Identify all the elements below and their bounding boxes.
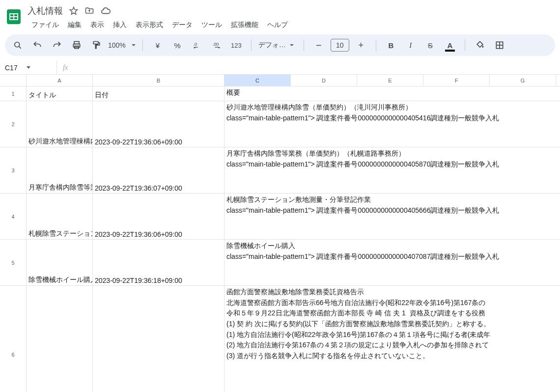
doc-title[interactable]: 入札情報 xyxy=(28,5,63,17)
cell[interactable]: 2023-09-22T19:36:06+09:00 xyxy=(93,194,224,239)
col-header-C[interactable]: C xyxy=(224,75,291,86)
cell[interactable] xyxy=(93,286,224,392)
cell[interactable]: 札幌除雪ステーション敷地測量・分筆登記作業 xyxy=(27,194,93,239)
menu-format[interactable]: 表示形式 xyxy=(132,19,167,31)
title-area: 入札情報 ファイル 編集 表示 挿入 表示形式 データ ツール 拡張機能 ヘルプ xyxy=(28,4,556,31)
cell[interactable]: 札幌除雪ステーション敷地測量・分筆登記作業 class="main-table-… xyxy=(224,194,560,239)
chevron-down-icon xyxy=(27,66,30,69)
paintformat-icon[interactable] xyxy=(88,37,104,53)
cloud-icon[interactable] xyxy=(100,5,111,16)
svg-text:.00: .00 xyxy=(212,42,219,47)
cell[interactable]: 概要 xyxy=(224,86,560,101)
percent-button[interactable]: % xyxy=(169,37,185,53)
star-icon[interactable] xyxy=(69,6,79,16)
menu-view[interactable]: 表示 xyxy=(86,19,108,31)
format-number-button[interactable]: 123 xyxy=(228,37,244,53)
print-icon[interactable] xyxy=(69,37,84,53)
menu-edit[interactable]: 編集 xyxy=(64,19,85,31)
svg-line-6 xyxy=(19,47,21,49)
col-header-B[interactable]: B xyxy=(93,75,224,86)
cells: タイトル日付概要砂川遊水地管理棟構内除雪（単価契約）2023-09-22T19:… xyxy=(27,86,560,392)
cell[interactable]: 2023-09-22T19:36:06+09:00 xyxy=(93,101,224,147)
table-row: 砂川遊水地管理棟構内除雪（単価契約）2023-09-22T19:36:06+09… xyxy=(27,101,560,147)
cell[interactable]: 砂川遊水地管理棟構内除雪（単価契約）（滝川河川事務所） class="main-… xyxy=(224,101,560,147)
cell[interactable]: 2023-09-22T19:36:18+09:00 xyxy=(93,240,224,285)
move-icon[interactable] xyxy=(84,6,94,16)
formula-bar: C17 fx xyxy=(0,61,560,75)
col-header-D[interactable]: D xyxy=(291,75,357,86)
menu-data[interactable]: データ xyxy=(168,19,196,31)
table-row: 札幌除雪ステーション敷地測量・分筆登記作業2023-09-22T19:36:06… xyxy=(27,194,560,240)
titlebar: 入札情報 ファイル 編集 表示 挿入 表示形式 データ ツール 拡張機能 ヘルプ xyxy=(0,0,560,31)
cell[interactable]: 除雪機械ホイール購入 xyxy=(27,240,93,285)
cell[interactable]: 砂川遊水地管理棟構内除雪（単価契約） xyxy=(27,101,93,147)
menubar: ファイル 編集 表示 挿入 表示形式 データ ツール 拡張機能 ヘルプ xyxy=(28,18,556,31)
redo-icon[interactable] xyxy=(49,37,65,53)
table-row: 除雪機械ホイール購入2023-09-22T19:36:18+09:00除雪機械ホ… xyxy=(27,240,560,286)
currency-button[interactable]: ¥ xyxy=(150,37,166,53)
font-select[interactable]: デフォ… xyxy=(258,41,297,50)
textcolor-button[interactable]: A xyxy=(442,37,458,53)
col-header-G[interactable]: G xyxy=(490,75,556,86)
name-box[interactable]: C17 xyxy=(0,61,56,75)
search-icon[interactable] xyxy=(10,37,26,53)
zoom-select[interactable]: 100% xyxy=(108,41,136,49)
fontsize-minus[interactable]: − xyxy=(311,37,327,53)
table-row: 函館方面警察施設敷地除雪業務委託資格告示 北海道警察函館方面本部告示66号地方自… xyxy=(27,286,560,392)
increase-decimal-button[interactable]: .00 xyxy=(209,37,224,53)
name-box-value: C17 xyxy=(5,64,18,72)
row-header-3[interactable]: 3 xyxy=(0,147,27,194)
cell[interactable]: 2023-09-22T19:36:07+09:00 xyxy=(93,147,224,193)
borders-button[interactable] xyxy=(492,37,507,53)
menu-tools[interactable]: ツール xyxy=(197,19,226,31)
cell[interactable] xyxy=(27,286,93,392)
cell[interactable]: 日付 xyxy=(93,86,224,101)
row-header-2[interactable]: 2 xyxy=(0,101,27,147)
table-row: タイトル日付概要 xyxy=(27,86,560,101)
col-header-E[interactable]: E xyxy=(357,75,423,86)
svg-point-5 xyxy=(15,42,20,47)
grid[interactable]: ABCDEFG 123456 タイトル日付概要砂川遊水地管理棟構内除雪（単価契約… xyxy=(0,75,560,392)
cell[interactable]: タイトル xyxy=(27,86,93,101)
cell[interactable]: 函館方面警察施設敷地除雪業務委託資格告示 北海道警察函館方面本部告示66号地方自… xyxy=(224,286,560,392)
toolbar: 100% ¥ % .0 .00 123 デフォ… − 10 + B I S A xyxy=(5,34,555,56)
svg-text:.0: .0 xyxy=(193,42,197,47)
strike-button[interactable]: S xyxy=(422,37,438,53)
fillcolor-button[interactable] xyxy=(472,37,488,53)
italic-button[interactable]: I xyxy=(403,37,419,53)
row-header-6[interactable]: 6 xyxy=(0,286,27,392)
col-header-A[interactable]: A xyxy=(27,75,93,86)
sheets-logo[interactable] xyxy=(4,4,24,29)
chevron-down-icon xyxy=(290,44,294,46)
column-headers: ABCDEFG xyxy=(0,75,560,86)
decrease-decimal-button[interactable]: .0 xyxy=(189,37,205,53)
cell[interactable]: 除雪機械ホイール購入 class="main-table-pattern1"> … xyxy=(224,240,560,285)
fontsize-plus[interactable]: + xyxy=(353,37,369,53)
cell[interactable]: 月寒庁舎構内除雪等業務（単価契約） xyxy=(27,147,93,193)
bold-button[interactable]: B xyxy=(383,37,399,53)
undo-icon[interactable] xyxy=(29,37,45,53)
row-header-1[interactable]: 1 xyxy=(0,86,27,101)
fontsize-input[interactable]: 10 xyxy=(331,39,349,52)
select-all-corner[interactable] xyxy=(0,75,27,86)
row-header-4[interactable]: 4 xyxy=(0,194,27,240)
menu-help[interactable]: ヘルプ xyxy=(263,19,292,31)
row-headers: 123456 xyxy=(0,86,27,392)
svg-marker-4 xyxy=(70,7,78,15)
table-row: 月寒庁舎構内除雪等業務（単価契約）2023-09-22T19:36:07+09:… xyxy=(27,147,560,194)
fx-label: fx xyxy=(56,61,68,74)
svg-rect-10 xyxy=(93,42,98,44)
col-header-F[interactable]: F xyxy=(423,75,490,86)
chevron-down-icon xyxy=(132,44,136,46)
menu-ext[interactable]: 拡張機能 xyxy=(227,19,262,31)
menu-insert[interactable]: 挿入 xyxy=(109,19,131,31)
row-header-5[interactable]: 5 xyxy=(0,240,27,286)
cell[interactable]: 月寒庁舎構内除雪等業務（単価契約）（札幌道路事務所） class="main-t… xyxy=(224,147,560,193)
menu-file[interactable]: ファイル xyxy=(28,19,63,31)
